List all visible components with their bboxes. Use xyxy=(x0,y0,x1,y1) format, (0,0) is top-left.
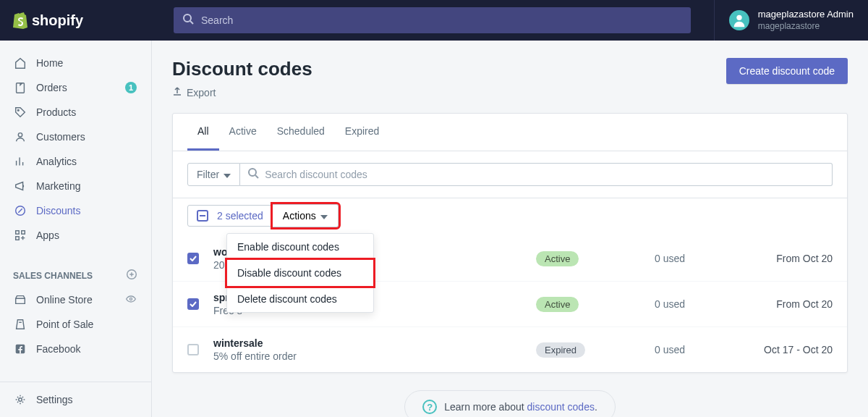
filter-button[interactable]: Filter xyxy=(187,163,240,186)
nav-label: Home xyxy=(36,57,63,69)
toolbar: Filter xyxy=(173,151,847,198)
search-icon xyxy=(182,13,194,28)
tab-scheduled[interactable]: Scheduled xyxy=(267,114,335,151)
export-label: Export xyxy=(187,87,216,98)
svg-rect-6 xyxy=(16,231,20,235)
date-range: From Oct 20 xyxy=(717,253,833,264)
sidebar-item-customers[interactable]: Customers xyxy=(0,125,151,149)
tabs: All Active Scheduled Expired xyxy=(173,114,847,151)
used-count: 0 used xyxy=(623,298,717,310)
tab-active[interactable]: Active xyxy=(219,114,267,151)
search-codes-input[interactable] xyxy=(259,164,825,185)
home-icon xyxy=(13,56,27,70)
shopify-bag-icon xyxy=(13,12,29,29)
help-suffix: . xyxy=(595,401,597,413)
dropdown-delete[interactable]: Delete discount codes xyxy=(227,286,373,312)
sidebar-item-home[interactable]: Home xyxy=(0,51,151,75)
discount-desc: 5% off entire order xyxy=(213,350,536,362)
date-range: From Oct 20 xyxy=(717,298,833,310)
select-all-partial-icon xyxy=(197,210,208,222)
products-icon xyxy=(13,105,27,119)
nav-label: Marketing xyxy=(36,180,80,192)
discounts-icon xyxy=(13,203,27,218)
nav-label: Apps xyxy=(36,229,59,241)
user-text: mageplazastore Admin mageplazastore xyxy=(758,9,854,32)
channels-header: SALES CHANNELS xyxy=(0,258,151,287)
sidebar-item-analytics[interactable]: Analytics xyxy=(0,149,151,174)
store-name: mageplazastore xyxy=(758,21,854,33)
create-discount-button[interactable]: Create discount code xyxy=(726,58,848,84)
orders-icon xyxy=(13,80,27,95)
export-button[interactable]: Export xyxy=(172,86,312,98)
used-count: 0 used xyxy=(623,253,717,264)
gear-icon xyxy=(13,392,27,407)
svg-point-10 xyxy=(129,298,132,300)
caret-down-icon xyxy=(320,210,328,222)
row-checkbox[interactable] xyxy=(187,344,199,355)
dropdown-disable[interactable]: Disable discount codes xyxy=(227,260,373,286)
marketing-icon xyxy=(13,179,27,193)
row-checkbox[interactable] xyxy=(187,298,199,310)
svg-rect-8 xyxy=(16,237,20,240)
discount-name: wintersale xyxy=(213,337,536,349)
nav-label: Products xyxy=(36,106,76,118)
tab-all[interactable]: All xyxy=(187,114,219,151)
search-icon xyxy=(247,167,259,182)
global-search[interactable]: Search xyxy=(174,7,691,33)
svg-point-3 xyxy=(17,109,19,111)
search-area: Search xyxy=(152,7,714,33)
actions-dropdown: Enable discount codes Disable discount c… xyxy=(226,233,374,313)
main-content: Discount codes Export Create discount co… xyxy=(152,41,868,417)
sidebar-item-settings[interactable]: Settings xyxy=(0,382,151,417)
channel-facebook[interactable]: Facebook xyxy=(0,337,151,361)
search-codes[interactable] xyxy=(240,163,833,186)
customers-icon xyxy=(13,130,27,144)
actions-label: Actions xyxy=(283,210,316,222)
sidebar-item-marketing[interactable]: Marketing xyxy=(0,174,151,198)
help-prefix: Learn more about xyxy=(444,401,527,413)
sidebar: Home Orders 1 Products Customers Analyti… xyxy=(0,41,152,417)
facebook-icon xyxy=(13,342,27,356)
sidebar-item-discounts[interactable]: Discounts xyxy=(0,198,151,223)
store-icon xyxy=(13,292,27,307)
export-icon xyxy=(172,86,182,98)
sidebar-item-orders[interactable]: Orders 1 xyxy=(0,75,151,100)
add-channel-icon[interactable] xyxy=(125,268,138,283)
filter-label: Filter xyxy=(197,169,219,180)
orders-badge: 1 xyxy=(125,82,137,93)
help-pill[interactable]: ? Learn more about discount codes. xyxy=(404,390,616,417)
discount-row[interactable]: wintersale 5% off entire order Expired 0… xyxy=(173,327,847,372)
status-badge: Active xyxy=(536,251,579,266)
channels-title: SALES CHANNELS xyxy=(13,271,93,281)
selection-indicator[interactable]: 2 selected xyxy=(187,205,273,227)
brand-text: shopify xyxy=(32,12,83,29)
sidebar-item-apps[interactable]: Apps xyxy=(0,223,151,248)
svg-point-12 xyxy=(19,398,22,402)
view-store-icon[interactable] xyxy=(125,293,137,307)
search-placeholder: Search xyxy=(201,14,233,26)
channel-label: Facebook xyxy=(36,343,80,355)
help-box: ? Learn more about discount codes. xyxy=(172,390,848,417)
actions-button[interactable]: Actions xyxy=(273,204,339,227)
channel-label: Point of Sale xyxy=(36,319,93,330)
date-range: Oct 17 - Oct 20 xyxy=(717,344,833,355)
sidebar-item-products[interactable]: Products xyxy=(0,100,151,125)
dropdown-enable[interactable]: Enable discount codes xyxy=(227,234,373,260)
nav-label: Settings xyxy=(36,394,73,405)
caret-down-icon xyxy=(224,169,231,180)
svg-point-13 xyxy=(249,169,256,176)
discounts-card: All Active Scheduled Expired Filter 2 xyxy=(172,113,848,373)
tab-expired[interactable]: Expired xyxy=(335,114,389,151)
row-checkbox[interactable] xyxy=(187,253,199,264)
channel-online-store[interactable]: Online Store xyxy=(0,287,151,312)
logo[interactable]: shopify xyxy=(0,12,152,29)
help-link[interactable]: discount codes xyxy=(527,401,595,413)
page-title: Discount codes xyxy=(172,58,312,80)
analytics-icon xyxy=(13,154,27,169)
status-badge: Expired xyxy=(536,342,585,358)
pos-icon xyxy=(13,317,27,332)
svg-point-0 xyxy=(184,14,191,22)
channel-pos[interactable]: Point of Sale xyxy=(0,312,151,337)
selection-count: 2 selected xyxy=(217,210,263,222)
user-menu[interactable]: mageplazastore Admin mageplazastore xyxy=(714,0,868,41)
